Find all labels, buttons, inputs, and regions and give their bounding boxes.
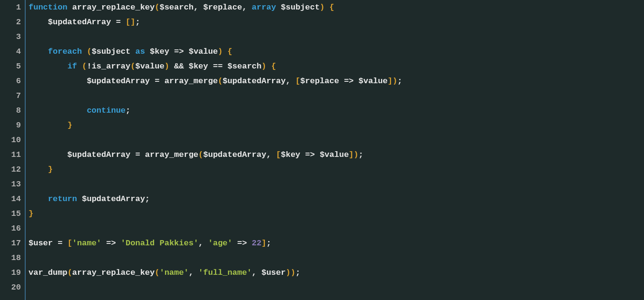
code-line[interactable] (29, 280, 644, 295)
code-token: $key (281, 150, 305, 159)
code-line[interactable]: } (29, 118, 644, 133)
code-token: $value (359, 77, 388, 86)
code-token: if (68, 62, 82, 71)
line-number: 13 (0, 177, 25, 192)
code-token: && (169, 62, 189, 71)
line-number: 19 (0, 265, 25, 280)
code-token: } (48, 165, 53, 174)
code-token: [ (68, 239, 72, 248)
code-token: is_array (92, 62, 131, 71)
code-token: foreach (48, 47, 87, 56)
code-line[interactable]: function array_replace_key($search, $rep… (29, 0, 644, 15)
line-number-gutter: 1234567891011121314151617181920 (0, 0, 26, 300)
code-area[interactable]: function array_replace_key($search, $rep… (26, 0, 644, 300)
code-line[interactable]: if (!is_array($value) && $key == $search… (29, 59, 644, 74)
line-number: 18 (0, 251, 25, 265)
line-number: 8 (0, 103, 25, 118)
code-token: = (116, 18, 126, 27)
code-token: ( (82, 62, 87, 71)
line-number: 16 (0, 221, 25, 236)
code-token: ( (218, 77, 223, 86)
code-line[interactable] (29, 177, 644, 192)
code-line[interactable] (29, 88, 644, 103)
code-token: , (242, 3, 252, 12)
code-token: } (29, 209, 33, 218)
code-line[interactable]: continue; (29, 103, 644, 118)
code-token: array_replace_key (72, 268, 155, 277)
code-token (29, 62, 68, 71)
code-line[interactable]: $updatedArray = array_merge($updatedArra… (29, 74, 644, 88)
code-token: $user (262, 268, 286, 277)
code-token: $search (227, 62, 261, 71)
code-token: return (48, 194, 82, 203)
code-token: ( (130, 62, 135, 71)
code-token: ] (262, 239, 266, 248)
code-token: continue (87, 106, 126, 115)
code-token: , (266, 150, 276, 159)
code-token: array_merge (165, 77, 218, 86)
code-token: ) (165, 62, 169, 71)
line-number: 5 (0, 59, 25, 74)
code-token: ; (135, 18, 140, 27)
line-number: 6 (0, 74, 25, 88)
code-token: var_dump (29, 268, 68, 277)
code-token: ]) (349, 150, 358, 159)
code-token: [ (295, 77, 300, 86)
code-token: ( (87, 47, 91, 56)
code-token: 'full_name' (198, 268, 252, 277)
code-token: $updatedArray (29, 18, 116, 27)
code-token: $updatedArray (29, 150, 135, 159)
code-token: ) { (320, 3, 334, 12)
line-number: 15 (0, 206, 25, 221)
code-token: = (155, 77, 164, 86)
code-token: => (233, 239, 252, 248)
code-token: $updatedArray (82, 194, 145, 203)
code-line[interactable]: } (29, 206, 644, 221)
line-number: 2 (0, 15, 25, 29)
code-token: $subject (281, 3, 320, 12)
code-line[interactable]: } (29, 162, 644, 177)
code-line[interactable] (29, 221, 644, 236)
code-token: ) { (218, 47, 233, 56)
code-line[interactable] (29, 29, 644, 44)
code-line[interactable]: var_dump(array_replace_key('name', 'full… (29, 265, 644, 280)
code-token: $key (189, 62, 213, 71)
line-number: 7 (0, 88, 25, 103)
code-token (29, 165, 48, 174)
code-token: ; (397, 77, 402, 86)
code-token: ) { (262, 62, 276, 71)
code-token: => (174, 47, 189, 56)
code-token: [ (276, 150, 281, 159)
code-token: array_replace_key (72, 3, 155, 12)
code-token: $value (135, 62, 164, 71)
code-line[interactable]: $user = ['name' => 'Donald Pakkies', 'ag… (29, 236, 644, 251)
code-token: , (252, 268, 261, 277)
code-token: $updatedArray (223, 77, 286, 86)
code-token: , (189, 268, 198, 277)
code-token: $value (189, 47, 218, 56)
code-token: , (198, 239, 208, 248)
code-token: ]) (388, 77, 397, 86)
code-token: ( (155, 268, 159, 277)
code-line[interactable] (29, 251, 644, 265)
code-line[interactable]: $updatedArray = array_merge($updatedArra… (29, 147, 644, 162)
line-number: 14 (0, 192, 25, 206)
code-editor[interactable]: 1234567891011121314151617181920 function… (0, 0, 644, 300)
code-token: $updatedArray (29, 77, 155, 86)
code-token: ( (198, 150, 203, 159)
code-token: => (344, 77, 359, 86)
code-line[interactable]: foreach ($subject as $key => $value) { (29, 44, 644, 59)
code-line[interactable] (29, 133, 644, 147)
line-number: 1 (0, 0, 25, 15)
code-token: array (252, 3, 281, 12)
code-line[interactable]: return $updatedArray; (29, 192, 644, 206)
code-token: $key (150, 47, 174, 56)
code-token: )) (286, 268, 295, 277)
code-token: => (305, 150, 320, 159)
code-line[interactable]: $updatedArray = []; (29, 15, 644, 29)
code-token: [] (126, 18, 135, 27)
code-token: $replace (300, 77, 344, 86)
code-token: , (194, 3, 203, 12)
line-number: 11 (0, 147, 25, 162)
line-number: 10 (0, 133, 25, 147)
